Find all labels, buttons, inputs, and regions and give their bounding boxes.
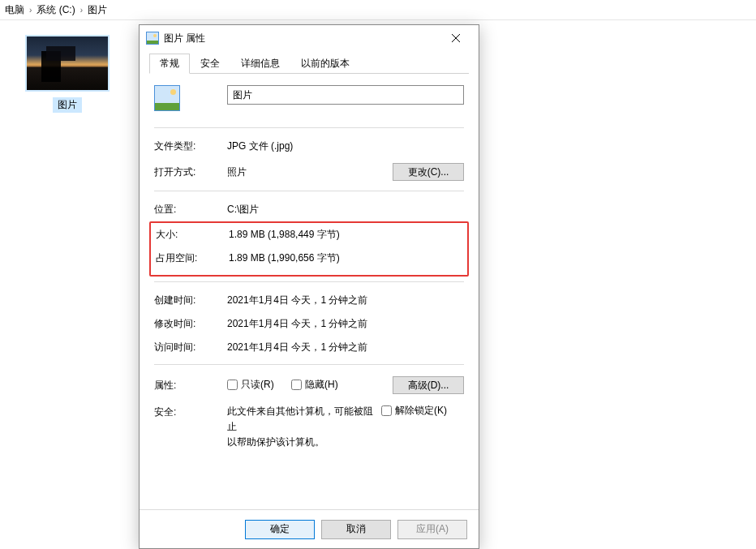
security-label: 安全:	[154, 404, 227, 419]
dialog-content: 文件类型: JPG 文件 (.jpg) 打开方式: 照片 更改(C)... 位置…	[140, 74, 479, 509]
accessed-value: 2021年1月4日 今天，1 分钟之前	[227, 341, 464, 354]
titlebar[interactable]: 图片 属性	[140, 25, 479, 51]
readonly-text: 只读(R)	[241, 378, 274, 392]
apply-button[interactable]: 应用(A)	[397, 520, 467, 539]
size-label: 大小:	[156, 228, 229, 242]
divider	[154, 127, 464, 128]
tab-security[interactable]: 安全	[190, 54, 230, 74]
hidden-text: 隐藏(H)	[305, 378, 338, 392]
tab-bar: 常规 安全 详细信息 以前的版本	[149, 54, 469, 74]
cancel-button[interactable]: 取消	[321, 520, 391, 539]
sizeondisk-value: 1.89 MB (1,990,656 字节)	[229, 251, 462, 265]
chevron-right-icon: ›	[80, 6, 83, 15]
unblock-checkbox[interactable]	[381, 405, 392, 416]
breadcrumb[interactable]: 电脑 › 系统 (C:) › 图片	[0, 0, 756, 19]
filename-input[interactable]	[227, 85, 464, 105]
attributes-label: 属性:	[154, 379, 227, 392]
breadcrumb-seg-folder[interactable]: 图片	[88, 3, 107, 17]
image-thumbnail-icon	[27, 36, 108, 90]
file-name-label: 图片	[53, 97, 82, 113]
hidden-checkbox[interactable]	[291, 380, 302, 390]
breadcrumb-seg-computer[interactable]: 电脑	[5, 3, 24, 17]
close-icon	[452, 34, 460, 42]
location-value: C:\图片	[227, 203, 464, 217]
readonly-checkbox-label[interactable]: 只读(R)	[227, 378, 274, 392]
divider	[154, 281, 464, 282]
dialog-footer: 确定 取消 应用(A)	[140, 509, 479, 548]
security-row: 安全: 此文件来自其他计算机，可能被阻止 以帮助保护该计算机。 解除锁定(K)	[154, 404, 464, 451]
unblock-text: 解除锁定(K)	[395, 404, 447, 418]
hidden-checkbox-label[interactable]: 隐藏(H)	[291, 378, 338, 392]
modified-value: 2021年1月4日 今天，1 分钟之前	[227, 317, 464, 331]
size-value: 1.89 MB (1,988,449 字节)	[229, 228, 462, 242]
image-file-icon	[154, 85, 180, 111]
file-item[interactable]: 图片	[23, 35, 112, 113]
sizeondisk-label: 占用空间:	[156, 251, 229, 265]
security-text-line1: 此文件来自其他计算机，可能被阻止	[227, 404, 381, 435]
openwith-label: 打开方式:	[154, 165, 227, 179]
tab-details[interactable]: 详细信息	[230, 54, 290, 74]
created-value: 2021年1月4日 今天，1 分钟之前	[227, 294, 464, 307]
filetype-value: JPG 文件 (.jpg)	[227, 139, 464, 153]
unblock-checkbox-label[interactable]: 解除锁定(K)	[381, 404, 447, 418]
readonly-checkbox[interactable]	[227, 380, 238, 390]
highlight-annotation: 大小: 1.89 MB (1,988,449 字节) 占用空间: 1.89 MB…	[149, 221, 469, 277]
accessed-label: 访问时间:	[154, 341, 227, 354]
dialog-title: 图片 属性	[164, 32, 440, 45]
created-label: 创建时间:	[154, 294, 227, 307]
ok-button[interactable]: 确定	[245, 520, 315, 539]
security-text-line2: 以帮助保护该计算机。	[227, 435, 381, 450]
modified-label: 修改时间:	[154, 317, 227, 331]
file-thumbnail[interactable]	[25, 35, 110, 92]
breadcrumb-seg-drive[interactable]: 系统 (C:)	[37, 3, 75, 17]
close-button[interactable]	[440, 27, 472, 49]
image-file-icon	[146, 32, 159, 45]
divider	[154, 364, 464, 365]
chevron-right-icon: ›	[29, 6, 32, 15]
openwith-value: 照片	[227, 165, 393, 179]
filetype-label: 文件类型:	[154, 139, 227, 153]
advanced-button[interactable]: 高级(D)...	[393, 376, 464, 394]
properties-dialog: 图片 属性 常规 安全 详细信息 以前的版本 文件类型: JPG 文件 (.jp…	[139, 24, 479, 549]
location-label: 位置:	[154, 203, 227, 217]
divider	[154, 191, 464, 191]
change-button[interactable]: 更改(C)...	[393, 163, 464, 181]
tab-general[interactable]: 常规	[149, 54, 190, 74]
tab-previous-versions[interactable]: 以前的版本	[290, 54, 360, 74]
